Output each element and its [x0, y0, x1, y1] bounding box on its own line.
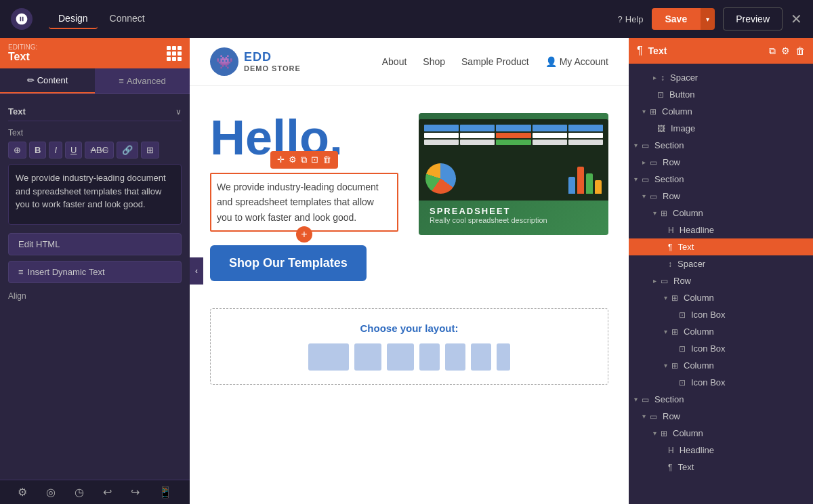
layout-3col-a[interactable]	[419, 343, 440, 371]
bold-btn[interactable]: B	[29, 142, 46, 159]
insert-tool-btn[interactable]: ⊕	[8, 142, 26, 159]
tab-content[interactable]: ✏ Content	[0, 68, 95, 93]
chevron-icon: ▾	[634, 142, 638, 149]
history-footer-icon[interactable]: ◷	[75, 486, 84, 499]
tree-item-text[interactable]: ¶Text	[629, 238, 813, 255]
tree-item-icon-box[interactable]: ⊡Icon Box	[629, 306, 813, 323]
tree-item-section[interactable]: ▾▭Section	[629, 171, 813, 188]
nav-shop[interactable]: Shop	[423, 56, 445, 67]
tab-connect[interactable]: Connect	[100, 9, 154, 29]
chevron-icon: ▾	[634, 175, 638, 183]
link-btn[interactable]: 🔗	[117, 142, 138, 159]
layers-footer-icon[interactable]: ◎	[46, 486, 56, 499]
copy-element-icon[interactable]: ⧉	[301, 154, 307, 165]
canvas-nav-links: About Shop Sample Product 👤 My Account	[382, 56, 608, 67]
underline-btn[interactable]: U	[65, 142, 82, 159]
tree-item-section[interactable]: ▾▭Section	[629, 391, 813, 408]
rp-settings-icon[interactable]: ⚙	[781, 45, 790, 57]
nav-account[interactable]: 👤 My Account	[545, 56, 608, 67]
tree-item-column[interactable]: ▾⊞Column	[629, 425, 813, 442]
delete-element-icon[interactable]: 🗑	[322, 154, 331, 165]
settings-footer-icon[interactable]: ⚙	[18, 486, 27, 499]
tree-item-image[interactable]: 🖼Image	[629, 120, 813, 137]
tree-item-headline[interactable]: HHeadline	[629, 222, 813, 238]
canvas-inner: 👾 EDD DEMO STORE About Shop Sample Produ…	[190, 38, 629, 504]
tree-item-row[interactable]: ▾▭Row	[629, 188, 813, 205]
tree-item-column[interactable]: ▾⊞Column	[629, 357, 813, 374]
tree-item-headline[interactable]: HHeadline	[629, 442, 813, 459]
nav-about[interactable]: About	[382, 56, 407, 67]
save-btn-group: Save ▾	[652, 8, 715, 30]
tree-item-spacer[interactable]: ▸↕Spacer	[629, 69, 813, 86]
tree-item-row[interactable]: ▸▭Row	[629, 154, 813, 171]
rp-delete-icon[interactable]: 🗑	[795, 45, 805, 57]
tree-item-button[interactable]: ⊡Button	[629, 86, 813, 103]
tab-design[interactable]: Design	[49, 9, 98, 29]
layout-1col[interactable]	[308, 343, 349, 371]
rp-copy-icon[interactable]: ⧉	[769, 45, 776, 57]
chevron-icon: ▾	[634, 396, 638, 403]
column-icon: ⊞	[661, 429, 667, 438]
layout-3col-b[interactable]	[445, 343, 465, 371]
icon-box-icon: ⊡	[679, 310, 686, 320]
tree-item-column[interactable]: ▾⊞Column	[629, 323, 813, 340]
preview-button[interactable]: Preview	[723, 7, 783, 30]
text-element-content: We provide industry-leading document and…	[217, 180, 392, 225]
text-content-display[interactable]: We provide industry-leading document and…	[8, 164, 182, 225]
duplicate-element-icon[interactable]: ⊡	[311, 154, 318, 165]
chevron-icon: ▾	[653, 429, 656, 437]
chevron-icon: ▾	[642, 413, 646, 420]
tree-item-icon-box[interactable]: ⊡Icon Box	[629, 340, 813, 357]
text-element-selected[interactable]: ✛ ⚙ ⧉ ⊡ 🗑 We provide industry-leading do…	[210, 173, 398, 232]
tree-item-column[interactable]: ▾⊞Column	[629, 289, 813, 306]
layout-3col-c[interactable]	[471, 343, 491, 371]
tree-item-section[interactable]: ▾▭Section	[629, 137, 813, 154]
tree-item-label: Section	[654, 174, 808, 184]
tree-item-column[interactable]: ▾⊞Column	[629, 103, 813, 120]
spacer-icon: ↕	[668, 259, 672, 269]
tree-item-column[interactable]: ▾⊞Column	[629, 205, 813, 222]
layout-2col-b[interactable]	[387, 343, 414, 371]
mobile-footer-icon[interactable]: 📱	[159, 486, 172, 499]
close-button[interactable]: ✕	[791, 11, 802, 27]
settings-element-icon[interactable]: ⚙	[289, 154, 297, 165]
more-format-btn[interactable]: ⊞	[141, 142, 159, 159]
left-panel-content: Text ∨ Text ⊕ B I U ABC 🔗 ⊞ We provide i…	[0, 94, 190, 480]
help-icon: ?	[618, 14, 623, 24]
chevron-icon: ▾	[642, 192, 646, 200]
save-button[interactable]: Save	[652, 8, 701, 30]
app-logo	[11, 8, 33, 30]
main-area: EDITING: Text ✏ Content ≡ Advanced Text …	[0, 38, 813, 504]
tree-item-row[interactable]: ▾▭Row	[629, 408, 813, 425]
row-icon: ▭	[650, 192, 657, 201]
nav-sample-product[interactable]: Sample Product	[461, 56, 529, 67]
list-icon: ≡	[119, 76, 124, 86]
tree-item-icon-box[interactable]: ⊡Icon Box	[629, 374, 813, 391]
hero-right: SPREADSHEET Really cool spreadsheet desc…	[419, 113, 608, 235]
tab-advanced[interactable]: ≡ Advanced	[95, 68, 190, 93]
save-dropdown-button[interactable]: ▾	[701, 8, 715, 30]
move-icon[interactable]: ✛	[277, 154, 285, 165]
undo-footer-icon[interactable]: ↩	[103, 486, 112, 499]
layout-4col[interactable]	[497, 343, 510, 371]
italic-btn[interactable]: I	[49, 142, 62, 159]
add-element-btn[interactable]: +	[296, 226, 312, 243]
top-nav-tabs: Design Connect	[49, 9, 154, 29]
tree-item-label: Icon Box	[691, 343, 808, 354]
redo-footer-icon[interactable]: ↪	[131, 486, 140, 499]
tree-item-label: Text	[678, 462, 808, 472]
strikethrough-btn[interactable]: ABC	[85, 142, 114, 159]
tree-item-text[interactable]: ¶Text	[629, 459, 813, 476]
left-panel-footer: ⚙ ◎ ◷ ↩ ↪ 📱	[0, 480, 190, 504]
help-button[interactable]: ? Help	[618, 14, 644, 24]
insert-dynamic-button[interactable]: ≡ Insert Dynamic Text	[8, 261, 182, 283]
chevron-icon: ▸	[653, 277, 656, 285]
layout-2col-a[interactable]	[354, 343, 381, 371]
grid-menu-icon[interactable]	[167, 46, 182, 61]
text-section-toggle[interactable]: ∨	[175, 107, 182, 117]
layout-options[interactable]	[224, 343, 594, 371]
edit-html-button[interactable]: Edit HTML	[8, 233, 182, 255]
tree-item-spacer[interactable]: ↕Spacer	[629, 255, 813, 272]
shop-cta-button[interactable]: Shop Our Templates	[210, 245, 367, 281]
tree-item-row[interactable]: ▸▭Row	[629, 272, 813, 289]
